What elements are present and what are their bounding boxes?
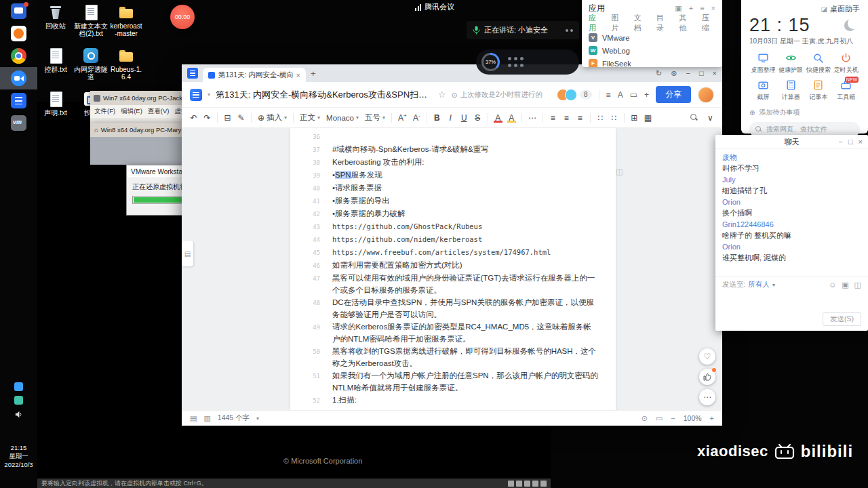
app-panel-tab-2[interactable]: 文档 — [634, 13, 648, 33]
vm-disk-icon[interactable] — [508, 481, 514, 487]
redo-icon[interactable]: ↷ — [203, 113, 211, 123]
insert-table-icon[interactable]: ⊞ — [631, 113, 638, 123]
logo-caret-icon[interactable]: ▾ — [208, 92, 210, 98]
align-right-icon[interactable]: ≡ — [576, 113, 584, 123]
helper-tool-shot[interactable]: 截屏 — [749, 79, 777, 102]
send-button[interactable]: 发送(S) — [823, 312, 861, 326]
vm-network-icon[interactable] — [524, 481, 530, 487]
desktop-icon[interactable]: 新建文本文档(2).txt — [73, 1, 108, 45]
taskbar-item-chrome[interactable] — [0, 45, 37, 67]
more-reactions-button[interactable]: ⋯ — [699, 389, 715, 405]
line-text[interactable]: 请求的Kerberos服务票证的加密类型是RC4_HMAC_MD5，这意味着服务… — [332, 321, 598, 345]
desktop-icon[interactable]: 控群.txt — [38, 45, 73, 88]
line-text[interactable]: https://github.com/GhostPack/Rubeus — [332, 220, 598, 233]
new-tab-icon[interactable]: + — [311, 68, 316, 79]
share-button[interactable]: 分享 — [656, 86, 691, 103]
maximize-icon[interactable]: □ — [848, 138, 853, 146]
helper-tool-eye[interactable]: 健康护眼 — [777, 52, 805, 75]
close-icon[interactable]: × — [713, 69, 717, 77]
insert-image-icon[interactable]: ▦ — [644, 113, 652, 123]
desktop-icon[interactable]: 回收站 — [38, 1, 73, 45]
vmware-menu-item[interactable]: 文件(F) — [94, 107, 115, 116]
refresh-icon[interactable]: ↻ — [656, 69, 662, 78]
line-text[interactable]: •请求服务票据 — [332, 182, 598, 195]
text-color-icon[interactable]: A — [494, 113, 502, 123]
align-center-icon[interactable]: ≡ — [563, 113, 570, 123]
app-panel-tab-1[interactable]: 图片 — [611, 13, 625, 33]
font-dropdown[interactable]: Monaco ▾ — [326, 114, 359, 122]
collapse-toolbar-icon[interactable]: ∨ — [707, 113, 714, 123]
strikethrough-icon[interactable]: S — [474, 113, 481, 123]
feedback-icon[interactable]: ⊙ — [642, 414, 648, 423]
desktop-icon[interactable]: 内网穿透隧道 — [73, 45, 108, 88]
highlight-color-icon[interactable]: A — [508, 113, 515, 123]
add-todo-button[interactable]: ⊕ 添加待办事项 — [749, 108, 860, 117]
close-icon[interactable]: × — [859, 138, 863, 146]
speaker-icon[interactable] — [14, 409, 23, 422]
line-text[interactable]: https://www.freebuf.com/articles/system/… — [332, 246, 598, 259]
helper-tool-organize[interactable]: 桌面整理 — [749, 52, 777, 75]
taskbar-item-chat[interactable] — [0, 0, 37, 22]
doc-title[interactable]: 第131天: 内网安全-横向移动&Kerberos攻击&SPN扫描... — [216, 89, 433, 101]
vmware-menu-item[interactable]: 编辑(E) — [121, 107, 142, 116]
app-panel-tab-5[interactable]: 压缩 — [702, 13, 715, 33]
undo-icon[interactable]: ↶ — [190, 113, 197, 123]
image-icon[interactable]: ▣ — [842, 281, 848, 289]
helper-tool-toolbox[interactable]: 工具箱NEW — [832, 79, 860, 102]
line-text[interactable]: #域横向移动-Spn&Kerberos-请求&破解&重写 — [332, 143, 598, 156]
line-text[interactable]: 黑客将收到的TGS票据离线进行破解，即可得到目标服务帐号的HASH，这个称之为K… — [332, 345, 598, 369]
chat-message-list[interactable]: 废物叫你不学习July细迪插错了孔Orion换个插啊Grin122446846啥… — [715, 149, 868, 276]
search-icon[interactable] — [690, 114, 698, 122]
taskbar-clock[interactable]: 21:15 星期一 2022/10/3 — [0, 444, 37, 470]
speaking-indicator[interactable]: 正在讲话: 小迪安全 — [467, 21, 579, 39]
invite-icon[interactable]: + — [644, 90, 649, 100]
line-text[interactable]: DC在活动目录中查找SPN，并使用与SPN关联的服务帐户加密票证，以便服务能够验… — [332, 296, 598, 321]
desktop-icon[interactable]: 声明.txt — [38, 88, 73, 131]
minimize-icon[interactable]: − — [838, 138, 842, 146]
more-formats-icon[interactable]: ⋯ — [528, 113, 536, 123]
minimize-icon[interactable]: − — [686, 69, 690, 77]
emoji-icon[interactable]: ☺ — [829, 281, 836, 289]
close-panel-icon[interactable]: × — [711, 4, 715, 13]
vmware-window-win8[interactable]: ⌂ Win8 x64 0day.org PC-Mary — [90, 123, 182, 165]
vm-content-area[interactable] — [90, 137, 182, 165]
present-mode-icon[interactable]: ▭ — [630, 90, 637, 100]
decrease-font-icon[interactable]: A — [413, 113, 420, 123]
bold-icon[interactable]: B — [433, 113, 441, 123]
helper-tool-search[interactable]: 快捷搜索 — [805, 52, 833, 75]
heart-reaction-button[interactable]: ♡ — [699, 348, 715, 365]
insert-dropdown[interactable]: ⊕ 插入 ▾ — [258, 113, 287, 123]
zoom-in-icon[interactable]: + — [710, 414, 714, 422]
qq-icon[interactable] — [14, 382, 23, 391]
line-text[interactable]: 1.扫描: — [332, 394, 598, 407]
browser-tab[interactable]: 第131天: 内网安全-横向... × — [203, 68, 306, 82]
underline-icon[interactable]: U — [460, 113, 468, 123]
numbered-list-icon[interactable]: ∷ — [610, 113, 618, 123]
pin-icon[interactable]: ◪ — [821, 5, 827, 13]
helper-tool-calc[interactable]: 计算器 — [777, 79, 805, 102]
tab-close-icon[interactable]: × — [296, 71, 300, 79]
collaborator-count-badge[interactable]: 8 — [580, 90, 592, 99]
line-text[interactable]: 如需利用需要配置策略加密方式(对比) — [332, 259, 598, 272]
app-panel-tab-0[interactable]: 应用 — [589, 13, 602, 33]
line-text[interactable]: •服务票据的导出 — [332, 195, 598, 207]
fit-window-icon[interactable]: ▭ — [656, 414, 663, 423]
word-count[interactable]: 1445 个字 — [218, 413, 250, 423]
wordcount-icon[interactable]: A — [618, 90, 623, 100]
taskbar-item-vmware[interactable] — [0, 112, 37, 134]
meeting-float-widget[interactable]: 37% — [476, 49, 579, 75]
line-text[interactable]: •服务票据的暴力破解 — [332, 207, 598, 220]
paragraph-style-dropdown[interactable]: 正文 ▾ — [300, 113, 320, 123]
helper-tool-note[interactable]: 记事本 — [805, 79, 833, 102]
vm-sound-icon[interactable] — [540, 481, 547, 487]
increase-font-icon[interactable]: A — [398, 113, 407, 123]
taskbar-item-meeting[interactable] — [0, 67, 37, 89]
chat-input[interactable] — [722, 289, 861, 310]
line-text[interactable] — [332, 130, 598, 143]
docs-logo-icon[interactable] — [190, 89, 202, 101]
cast-icon[interactable] — [14, 396, 23, 405]
zoom-out-icon[interactable]: − — [671, 414, 675, 422]
bullet-list-icon[interactable]: ∷ — [597, 113, 604, 123]
outline-menu-icon[interactable]: ≡ — [606, 90, 611, 100]
mention-icon[interactable]: ◫ — [854, 281, 861, 289]
